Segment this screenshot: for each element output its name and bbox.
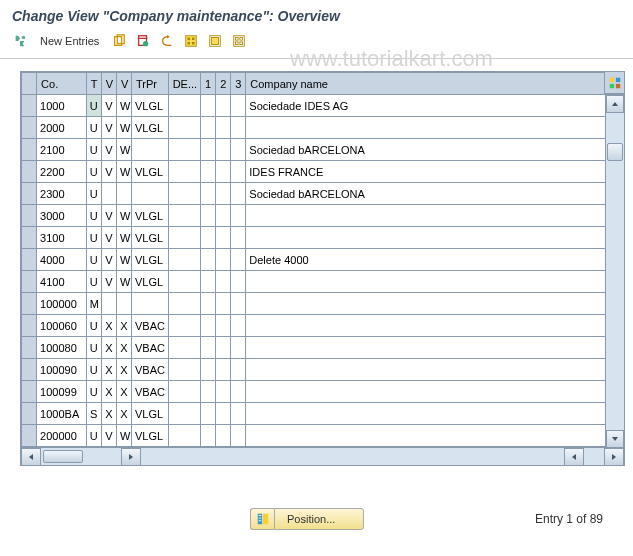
cell-v1[interactable]: V xyxy=(101,249,116,271)
table-row[interactable]: 1000BASXXVLGL xyxy=(22,403,624,425)
cell-v1[interactable]: V xyxy=(101,205,116,227)
cell-company-name[interactable]: Delete 4000 xyxy=(246,249,624,271)
col-select[interactable] xyxy=(22,73,37,95)
cell-3[interactable] xyxy=(231,315,246,337)
cell-t[interactable]: U xyxy=(86,315,101,337)
cell-trpr[interactable]: VBAC xyxy=(132,315,169,337)
table-row[interactable]: 100099UXXVBAC xyxy=(22,381,624,403)
cell-3[interactable] xyxy=(231,359,246,381)
cell-trpr[interactable] xyxy=(132,183,169,205)
col-t[interactable]: T xyxy=(86,73,101,95)
cell-company-name[interactable] xyxy=(246,403,624,425)
cell-de[interactable] xyxy=(168,403,200,425)
table-row[interactable]: 3000UVWVLGL xyxy=(22,205,624,227)
cell-2[interactable] xyxy=(216,271,231,293)
cell-3[interactable] xyxy=(231,425,246,447)
cell-1[interactable] xyxy=(201,337,216,359)
cell-trpr[interactable]: VLGL xyxy=(132,249,169,271)
table-row[interactable]: 100080UXXVBAC xyxy=(22,337,624,359)
cell-1[interactable] xyxy=(201,161,216,183)
cell-t[interactable]: U xyxy=(86,359,101,381)
cell-v2[interactable]: W xyxy=(116,227,131,249)
cell-v2[interactable]: W xyxy=(116,425,131,447)
scroll-up-icon[interactable] xyxy=(606,95,624,113)
cell-3[interactable] xyxy=(231,205,246,227)
cell-2[interactable] xyxy=(216,403,231,425)
cell-v1[interactable]: V xyxy=(101,227,116,249)
row-selector[interactable] xyxy=(22,425,37,447)
row-selector[interactable] xyxy=(22,227,37,249)
cell-1[interactable] xyxy=(201,227,216,249)
cell-company-name[interactable] xyxy=(246,271,624,293)
cell-2[interactable] xyxy=(216,249,231,271)
hscroll-left-icon[interactable] xyxy=(21,448,41,466)
cell-company[interactable]: 2300 xyxy=(37,183,87,205)
cell-company-name[interactable] xyxy=(246,117,624,139)
table-row[interactable]: 100000M xyxy=(22,293,624,315)
cell-3[interactable] xyxy=(231,403,246,425)
cell-v1[interactable]: X xyxy=(101,359,116,381)
cell-1[interactable] xyxy=(201,293,216,315)
cell-de[interactable] xyxy=(168,95,200,117)
cell-2[interactable] xyxy=(216,425,231,447)
cell-2[interactable] xyxy=(216,359,231,381)
cell-trpr[interactable]: VBAC xyxy=(132,359,169,381)
scroll-thumb[interactable] xyxy=(607,143,623,161)
cell-v1[interactable] xyxy=(101,293,116,315)
cell-trpr[interactable]: VLGL xyxy=(132,227,169,249)
col-v2[interactable]: V xyxy=(116,73,131,95)
cell-company-name[interactable]: Sociedad bARCELONA xyxy=(246,139,624,161)
cell-3[interactable] xyxy=(231,95,246,117)
col-company[interactable]: Co. xyxy=(37,73,87,95)
cell-company-name[interactable] xyxy=(246,381,624,403)
cell-1[interactable] xyxy=(201,271,216,293)
cell-company-name[interactable] xyxy=(246,315,624,337)
cell-company[interactable]: 1000 xyxy=(37,95,87,117)
position-button[interactable]: Position... xyxy=(274,508,364,530)
cell-2[interactable] xyxy=(216,315,231,337)
cell-company[interactable]: 100090 xyxy=(37,359,87,381)
cell-de[interactable] xyxy=(168,425,200,447)
cell-2[interactable] xyxy=(216,139,231,161)
cell-trpr[interactable]: VLGL xyxy=(132,271,169,293)
hscroll-track-left[interactable] xyxy=(41,448,121,465)
cell-v1[interactable]: V xyxy=(101,271,116,293)
cell-company-name[interactable]: Sociedad bARCELONA xyxy=(246,183,624,205)
cell-v2[interactable]: W xyxy=(116,205,131,227)
cell-v1[interactable]: X xyxy=(101,381,116,403)
cell-de[interactable] xyxy=(168,271,200,293)
cell-company[interactable]: 2200 xyxy=(37,161,87,183)
cell-de[interactable] xyxy=(168,183,200,205)
table-row[interactable]: 1000UVWVLGLSociedade IDES AG xyxy=(22,95,624,117)
cell-v1[interactable]: V xyxy=(101,117,116,139)
cell-3[interactable] xyxy=(231,183,246,205)
cell-de[interactable] xyxy=(168,227,200,249)
scroll-track[interactable] xyxy=(606,113,624,430)
cell-trpr[interactable]: VLGL xyxy=(132,205,169,227)
cell-1[interactable] xyxy=(201,205,216,227)
cell-3[interactable] xyxy=(231,271,246,293)
cell-de[interactable] xyxy=(168,205,200,227)
delete-icon[interactable] xyxy=(133,32,153,50)
cell-v2[interactable] xyxy=(116,293,131,315)
cell-2[interactable] xyxy=(216,205,231,227)
cell-de[interactable] xyxy=(168,381,200,403)
cell-t[interactable]: U xyxy=(86,425,101,447)
cell-company-name[interactable] xyxy=(246,425,624,447)
scroll-down-icon[interactable] xyxy=(606,430,624,448)
cell-t[interactable]: U xyxy=(86,381,101,403)
cell-company[interactable]: 3000 xyxy=(37,205,87,227)
cell-2[interactable] xyxy=(216,227,231,249)
cell-v2[interactable] xyxy=(116,183,131,205)
cell-company[interactable]: 100060 xyxy=(37,315,87,337)
cell-t[interactable]: U xyxy=(86,95,101,117)
table-row[interactable]: 4100UVWVLGL xyxy=(22,271,624,293)
cell-company-name[interactable] xyxy=(246,205,624,227)
cell-t[interactable]: U xyxy=(86,205,101,227)
cell-3[interactable] xyxy=(231,293,246,315)
cell-v1[interactable]: X xyxy=(101,403,116,425)
cell-3[interactable] xyxy=(231,139,246,161)
cell-t[interactable]: U xyxy=(86,337,101,359)
row-selector[interactable] xyxy=(22,161,37,183)
table-row[interactable]: 4000UVWVLGLDelete 4000 xyxy=(22,249,624,271)
